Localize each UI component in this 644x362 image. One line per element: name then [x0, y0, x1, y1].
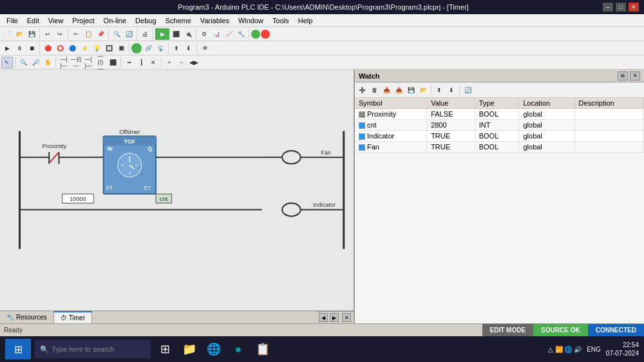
- tb-paste[interactable]: 📌: [95, 28, 106, 40]
- tb-btn-d[interactable]: 🔧: [235, 28, 247, 40]
- tb-copy[interactable]: 📋: [82, 28, 94, 40]
- tb-undo[interactable]: ↩: [42, 28, 53, 40]
- tb-redo[interactable]: ↪: [54, 28, 66, 40]
- tb2-down[interactable]: ⬇: [183, 43, 194, 54]
- menu-debug[interactable]: Debug: [131, 15, 160, 26]
- tb-new[interactable]: 📄: [1, 28, 13, 40]
- tb-btn-a[interactable]: ⚙: [198, 28, 210, 40]
- cell-symbol: Indicator: [355, 131, 427, 142]
- tb3-zoom-in[interactable]: 🔍: [17, 57, 29, 68]
- tb2-btn12[interactable]: 🔗: [142, 43, 154, 54]
- svg-point-30: [282, 203, 300, 216]
- tb-stop[interactable]: ⬛: [170, 28, 182, 40]
- tb3-insertcol[interactable]: ◀▶: [188, 57, 200, 68]
- watch-tb-save[interactable]: 💾: [405, 84, 417, 96]
- menu-window[interactable]: Window: [234, 15, 267, 26]
- taskbar-icon-chrome[interactable]: 🌐: [204, 339, 224, 359]
- date: 07-07-2024: [606, 349, 639, 357]
- tb3-del[interactable]: ✕: [147, 57, 159, 68]
- tb3-coil[interactable]: —( )—: [82, 57, 94, 68]
- nav-right[interactable]: ▶: [330, 313, 339, 322]
- tb-open[interactable]: 📂: [14, 28, 25, 40]
- tb3-select[interactable]: ↖: [1, 57, 13, 68]
- watch-tb-load[interactable]: 📂: [417, 84, 429, 96]
- tab-timer[interactable]: ⏱ Timer: [54, 311, 92, 323]
- minimize-button[interactable]: ─: [603, 3, 613, 12]
- tb3-delrow[interactable]: −: [176, 57, 187, 68]
- menu-scheme[interactable]: Scheme: [162, 15, 195, 26]
- watch-close[interactable]: ✕: [630, 71, 640, 81]
- tb2-btn13[interactable]: 📡: [155, 43, 166, 54]
- diagram-canvas[interactable]: TOF IN Q PT ET: [0, 70, 354, 310]
- tb-btn-c[interactable]: 📈: [223, 28, 234, 40]
- tb-compile[interactable]: ▶: [155, 28, 169, 40]
- tb-print[interactable]: 🖨: [139, 28, 151, 40]
- tb3-sep1: [15, 57, 15, 68]
- tb3-contact[interactable]: —| |—: [58, 57, 70, 68]
- tb2-up[interactable]: ⬆: [171, 43, 182, 54]
- menu-file[interactable]: File: [3, 15, 22, 26]
- menu-help[interactable]: Help: [294, 15, 317, 26]
- tb2-btn3[interactable]: ⏹: [26, 43, 37, 54]
- tb-circle-r[interactable]: [261, 30, 270, 39]
- watch-tb-refresh[interactable]: 🔄: [462, 84, 473, 96]
- table-row[interactable]: IndicatorTRUEBOOLglobal: [355, 131, 644, 142]
- tb3-addrow[interactable]: +: [164, 57, 175, 68]
- tb2-btn11[interactable]: [131, 43, 142, 53]
- watch-tb-up[interactable]: ⬆: [433, 84, 445, 96]
- tb-replace[interactable]: 🔄: [123, 28, 135, 40]
- svg-text:PT: PT: [106, 186, 113, 191]
- menu-edit[interactable]: Edit: [23, 15, 43, 26]
- menu-project[interactable]: Project: [68, 15, 98, 26]
- tb-connect[interactable]: 🔌: [182, 28, 194, 40]
- tb2-btn2[interactable]: ⏸: [14, 43, 25, 54]
- search-bar[interactable]: 🔍 Type here to search: [35, 340, 151, 358]
- nav-left[interactable]: ◀: [319, 313, 328, 322]
- menu-bar: File Edit View Project On-line Debug Sch…: [0, 14, 644, 27]
- watch-tb-export[interactable]: 📤: [393, 84, 404, 96]
- table-row[interactable]: ProximityFALSEBOOLglobal: [355, 109, 644, 120]
- tb-btn-b[interactable]: 📊: [211, 28, 222, 40]
- tb3-zoom-out[interactable]: 🔎: [30, 57, 41, 68]
- timer-icon: ⏱: [61, 314, 67, 321]
- watch-tb-down[interactable]: ⬇: [446, 84, 457, 96]
- svg-text:Fan: Fan: [321, 149, 331, 156]
- tb3-ncontact[interactable]: —|/|—: [70, 57, 82, 68]
- watch-tb-delete[interactable]: 🗑: [368, 84, 380, 96]
- tb2-btn4[interactable]: 🔴: [42, 43, 53, 54]
- tb3-hline[interactable]: ━: [123, 57, 135, 68]
- watch-float[interactable]: ⧉: [618, 71, 628, 81]
- tb2-btn7[interactable]: ⚡: [79, 43, 90, 54]
- menu-online[interactable]: On-line: [100, 15, 130, 26]
- tb-circle-g[interactable]: [251, 30, 260, 39]
- menu-view[interactable]: View: [44, 15, 68, 26]
- tb3-hand[interactable]: ✋: [42, 57, 53, 68]
- watch-tb-add[interactable]: ➕: [356, 84, 368, 96]
- menu-variables[interactable]: Variables: [196, 15, 233, 26]
- table-row[interactable]: cnt2800INTglobal: [355, 120, 644, 131]
- taskbar-icon-file[interactable]: 📋: [252, 339, 273, 359]
- watch-tb-import[interactable]: 📥: [381, 84, 392, 96]
- taskbar-icon-explorer[interactable]: 📁: [179, 339, 200, 359]
- table-row[interactable]: FanTRUEBOOLglobal: [355, 142, 644, 153]
- tb3-ncoil[interactable]: —(/)—: [95, 57, 106, 68]
- tb2-btn1[interactable]: ▶: [1, 43, 13, 54]
- tb2-watch[interactable]: 👁: [199, 43, 211, 54]
- menu-tools[interactable]: Tools: [269, 15, 293, 26]
- taskbar-icon-task[interactable]: ⊞: [155, 339, 175, 359]
- taskbar-icon-arduino[interactable]: ●: [228, 339, 249, 359]
- maximize-button[interactable]: □: [616, 3, 626, 12]
- app-body: Program3 - Arduino PLC IDE - C:\Users\AD…: [0, 0, 644, 362]
- tb3-vline[interactable]: ┃: [135, 57, 147, 68]
- tb2-btn5[interactable]: ⭕: [54, 43, 66, 54]
- tab-resources[interactable]: 🔧 Resources: [0, 311, 54, 323]
- close-button[interactable]: ✕: [629, 3, 639, 12]
- tb2-btn6[interactable]: 🔵: [66, 43, 78, 54]
- tb-save[interactable]: 💾: [26, 28, 37, 40]
- tb3-func[interactable]: ⬛: [107, 57, 118, 68]
- nav-close[interactable]: ✕: [342, 313, 351, 322]
- tb-find[interactable]: 🔍: [111, 28, 122, 40]
- tb2-btn10[interactable]: 🔳: [115, 43, 127, 54]
- tb-cut[interactable]: ✂: [70, 28, 82, 40]
- start-button[interactable]: ⊞: [5, 339, 31, 359]
